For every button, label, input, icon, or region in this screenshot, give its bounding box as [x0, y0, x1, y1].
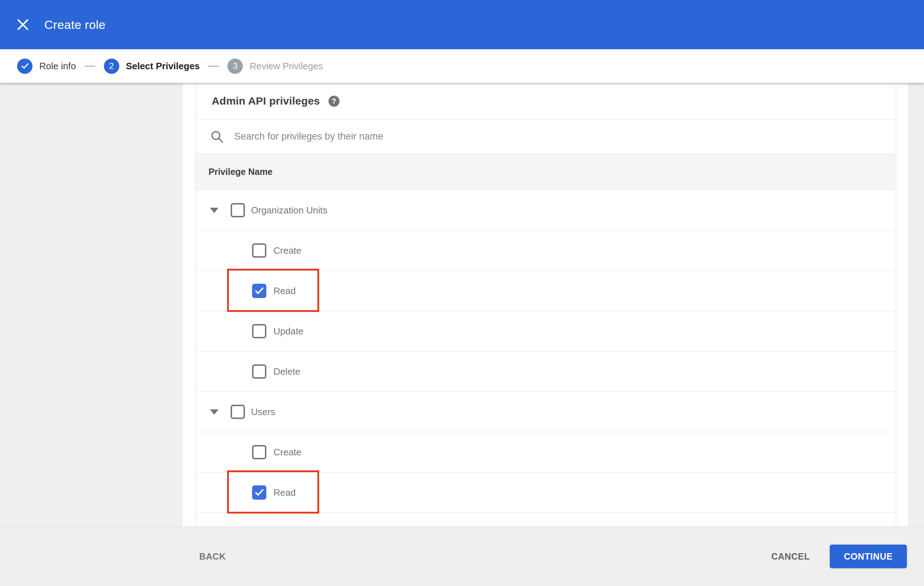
step-role-info[interactable]: Role info	[17, 59, 76, 74]
privilege-row-organization-units[interactable]: Organization Units	[196, 190, 896, 230]
app-bar: Create role	[0, 0, 924, 49]
checkbox-organization-units-delete[interactable]	[252, 364, 266, 379]
checkbox-organization-units-update[interactable]	[252, 324, 266, 338]
privilege-row-organization-units-delete[interactable]: Delete	[196, 352, 896, 392]
step-label: Select Privileges	[126, 61, 200, 72]
cancel-button[interactable]: CANCEL	[771, 551, 810, 562]
help-icon[interactable]: ?	[328, 95, 340, 107]
privilege-label: Read	[274, 487, 295, 498]
step-review-privileges[interactable]: 3 Review Privileges	[228, 59, 323, 74]
step-connector	[208, 66, 219, 67]
search-input[interactable]	[234, 131, 734, 142]
checkbox-users[interactable]	[231, 405, 245, 419]
privilege-label: Organization Units	[251, 205, 327, 216]
check-icon	[254, 487, 264, 498]
close-icon[interactable]	[12, 14, 33, 35]
stepper: Role info 2 Select Privileges 3 Review P…	[0, 49, 924, 83]
checkbox-users-read[interactable]	[252, 486, 266, 500]
privilege-label: Read	[274, 285, 295, 296]
privilege-label: Delete	[274, 366, 300, 377]
column-header-privilege-name: Privilege Name	[208, 167, 272, 177]
step-label: Review Privileges	[249, 61, 323, 72]
check-icon	[254, 285, 264, 296]
privilege-label: Create	[274, 447, 301, 458]
checkbox-organization-units-read[interactable]	[252, 284, 266, 298]
step-connector	[85, 66, 95, 67]
checkbox-users-create[interactable]	[252, 445, 266, 459]
continue-button[interactable]: CONTINUE	[830, 545, 907, 568]
step-completed-check-icon	[17, 59, 33, 74]
checkbox-organization-units[interactable]	[231, 203, 245, 217]
privilege-row-organization-units-create[interactable]: Create	[196, 230, 896, 271]
step-label: Role info	[39, 61, 76, 72]
section-title-row: Admin API privileges ?	[196, 83, 896, 120]
search-icon	[210, 130, 224, 144]
privilege-row-users-read[interactable]: Read	[196, 472, 896, 513]
checkbox-organization-units-create[interactable]	[252, 244, 266, 258]
privilege-label: Create	[274, 245, 301, 256]
step-number-badge: 3	[228, 59, 243, 74]
highlight-box	[227, 470, 319, 514]
section-title: Admin API privileges	[212, 95, 320, 107]
step-select-privileges[interactable]: 2 Select Privileges	[104, 59, 200, 74]
privilege-row-organization-units-read[interactable]: Read	[196, 271, 896, 311]
privilege-rows: Organization UnitsCreateReadUpdateDelete…	[196, 190, 896, 513]
back-button[interactable]: BACK	[199, 551, 226, 562]
table-header-row: Privilege Name	[196, 154, 896, 190]
step-number-badge: 2	[104, 59, 119, 74]
footer-bar: BACK CANCEL CONTINUE	[0, 527, 924, 586]
collapse-arrow-icon[interactable]	[210, 208, 218, 213]
privilege-row-users-create[interactable]: Create	[196, 432, 896, 472]
content-card: Admin API privileges ? Privilege Name Or…	[183, 83, 908, 527]
search-bar	[196, 120, 896, 154]
privileges-table: Admin API privileges ? Privilege Name Or…	[195, 83, 896, 527]
privilege-row-organization-units-update[interactable]: Update	[196, 311, 896, 352]
footer-actions: CANCEL CONTINUE	[771, 545, 907, 568]
collapse-arrow-icon[interactable]	[210, 409, 218, 415]
privilege-label: Update	[274, 326, 304, 337]
privilege-row-users[interactable]: Users	[196, 392, 896, 432]
privilege-label: Users	[251, 407, 275, 418]
highlight-box	[227, 269, 319, 312]
dialog-title: Create role	[44, 18, 106, 32]
